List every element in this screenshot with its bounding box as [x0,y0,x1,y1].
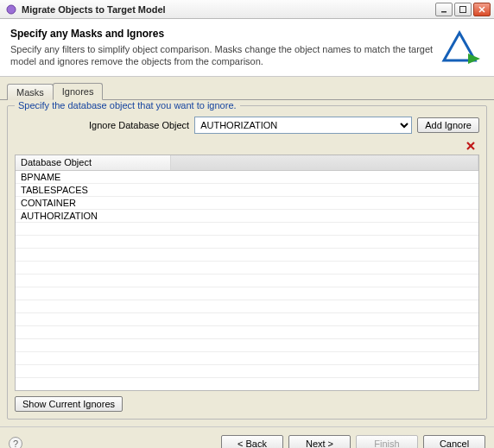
app-icon [5,3,17,16]
finish-button: Finish [356,435,418,449]
table-row[interactable]: CONTAINER [16,197,478,210]
group-legend: Specify the database object that you wan… [15,100,240,110]
window-title: Migrate Objects to Target Model [22,4,434,15]
table-row [16,249,478,262]
svg-point-0 [7,5,16,14]
maximize-button[interactable] [454,3,472,16]
table-row[interactable]: AUTHORIZATION [16,210,478,223]
cell-database-object: TABLESPACES [16,185,171,195]
table-row [16,378,478,390]
back-button[interactable]: < Back [221,435,283,449]
tab-ignores[interactable]: Ignores [53,83,104,100]
table-row [16,274,478,287]
tab-masks[interactable]: Masks [7,84,54,100]
wizard-footer: ? < Back Next > Finish Cancel [0,426,494,448]
delete-icon[interactable] [464,139,478,153]
table-row [16,365,478,378]
table-row [16,339,478,352]
table-body: BPNAMETABLESPACESCONTAINERAUTHORIZATION [16,171,478,390]
cell-database-object: CONTAINER [16,198,171,208]
ignore-control-row: Ignore Database Object AUTHORIZATION Add… [15,117,479,134]
table-row [16,223,478,236]
add-ignore-button[interactable]: Add Ignore [417,117,479,133]
tab-row: Masks Ignores [0,77,494,100]
table-row [16,300,478,313]
svg-rect-1 [441,11,446,13]
banner-description: Specify any filters to simplify object c… [10,43,435,68]
table-row [16,287,478,300]
table-row [16,352,478,365]
help-icon[interactable]: ? [9,437,22,449]
minimize-button[interactable] [435,3,453,16]
svg-marker-6 [468,54,480,64]
close-button[interactable] [473,3,491,16]
table-row[interactable]: BPNAME [16,171,478,184]
table-header: Database Object [16,155,478,171]
table-row [16,313,478,326]
cell-database-object: BPNAME [16,172,171,182]
next-button[interactable]: Next > [288,435,351,449]
delete-bar [15,139,479,155]
ignore-label: Ignore Database Object [89,120,189,130]
table-row[interactable]: TABLESPACES [16,184,478,197]
show-current-ignores-button[interactable]: Show Current Ignores [15,396,123,412]
ignore-table: Database Object BPNAMETABLESPACESCONTAIN… [15,155,479,391]
table-row [16,262,478,274]
cancel-button[interactable]: Cancel [423,435,485,449]
table-row [16,326,478,339]
svg-rect-2 [460,6,466,12]
title-bar: Migrate Objects to Target Model [0,0,494,19]
ignore-database-object-select[interactable]: AUTHORIZATION [194,117,412,134]
tab-panel-ignores: Specify the database object that you wan… [0,100,494,426]
banner-heading: Specify any Masks and Ignores [10,28,435,40]
column-header-database-object[interactable]: Database Object [16,155,171,170]
column-header-blank[interactable] [171,155,478,170]
table-row [16,236,478,249]
ignore-groupbox: Specify the database object that you wan… [7,105,487,420]
wizard-banner: Specify any Masks and Ignores Specify an… [0,19,494,77]
cell-database-object: AUTHORIZATION [16,211,171,221]
banner-icon [435,28,484,69]
